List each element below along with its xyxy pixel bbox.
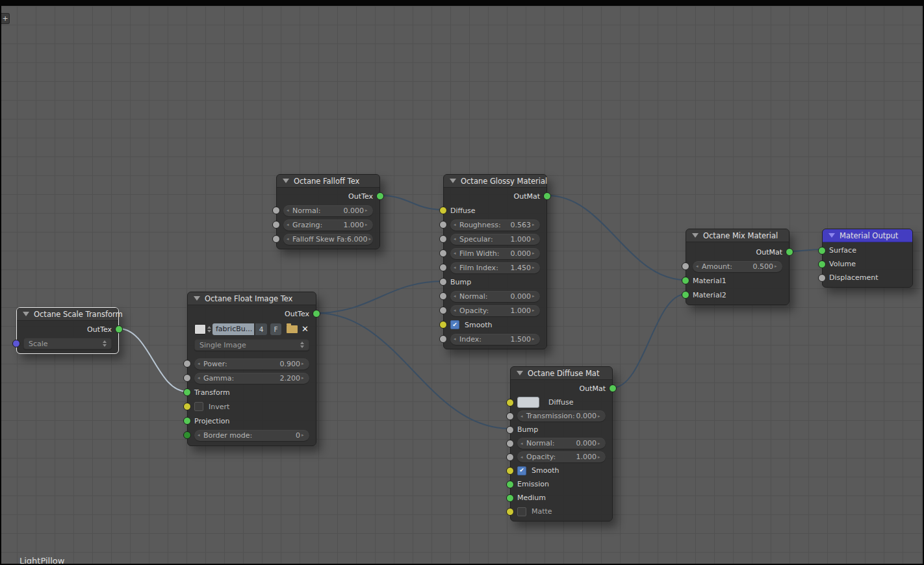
falloff-skew-input-socket[interactable] (272, 235, 280, 243)
slider-left-arrow-icon[interactable]: ◂ (454, 222, 458, 227)
invert-input-socket[interactable] (183, 403, 191, 410)
grazing-slider[interactable]: ◂ Grazing: 1.000 ▸ (283, 220, 373, 231)
link-mix-outmat-to-output-surface[interactable] (789, 249, 822, 251)
invert-checkbox[interactable] (194, 402, 203, 411)
amount-slider[interactable]: ◂ Amount: 0.500 ▸ (693, 261, 782, 272)
node-header[interactable]: Octane Scale Transform (17, 308, 118, 321)
slider-left-arrow-icon[interactable]: ◂ (696, 264, 700, 269)
diffuse-input-socket[interactable] (439, 207, 447, 214)
outmat-output-socket[interactable] (786, 248, 793, 256)
stepper-arrows-icon[interactable] (103, 340, 107, 347)
slider-right-arrow-icon[interactable]: ▸ (532, 222, 537, 227)
slider-left-arrow-icon[interactable]: ◂ (198, 361, 202, 366)
roughness-input-socket[interactable] (439, 221, 447, 229)
smooth-input-socket[interactable] (506, 467, 514, 475)
slider-left-arrow-icon[interactable]: ◂ (198, 433, 202, 438)
unlink-image-icon[interactable]: ✕ (302, 325, 309, 333)
collapse-icon[interactable] (283, 179, 289, 183)
slider-left-arrow-icon[interactable]: ◂ (287, 208, 291, 213)
normal-slider[interactable]: ◂ Normal: 0.000 ▸ (450, 291, 540, 302)
outtex-output-socket[interactable] (313, 310, 320, 318)
scale-vector-field[interactable]: Scale (23, 338, 112, 349)
smooth-checkbox[interactable] (450, 320, 459, 329)
slider-left-arrow-icon[interactable]: ◂ (454, 251, 458, 256)
specular-input-socket[interactable] (439, 235, 447, 243)
falloff-skew-slider[interactable]: ◂ Falloff Skew Fa: 6.000 ▸ (283, 234, 373, 245)
medium-input-socket[interactable] (506, 494, 514, 502)
node-octane-mix-material[interactable]: Octane Mix Material OutMat ◂ Amount: 0.5… (686, 229, 789, 305)
node-octane-float-image-tex[interactable]: Octane Float Image Tex OutTex fabricBu..… (187, 292, 316, 446)
slider-right-arrow-icon[interactable]: ▸ (598, 414, 602, 419)
image-users-count-button[interactable]: 4 (255, 323, 267, 335)
opacity-slider[interactable]: ◂ Opacity: 1.000 ▸ (450, 305, 540, 316)
node-octane-diffuse-mat[interactable]: Octane Diffuse Mat OutMat Diffuse ◂ Tran… (510, 366, 613, 521)
image-browse-icon[interactable] (194, 324, 206, 334)
diffuse-input-socket[interactable] (506, 399, 514, 407)
slider-left-arrow-icon[interactable]: ◂ (454, 336, 458, 342)
bump-input-socket[interactable] (506, 426, 514, 434)
displacement-input-socket[interactable] (818, 274, 826, 282)
node-header[interactable]: Octane Falloff Tex (277, 175, 379, 188)
outtex-output-socket[interactable] (115, 325, 123, 333)
image-stepper-arrows-icon[interactable] (207, 326, 211, 333)
smooth-input-socket[interactable] (439, 321, 447, 329)
link-glossy-outmat-to-mix-material1[interactable] (547, 195, 686, 280)
node-material-output[interactable]: Material Output Surface Volume Displacem… (822, 229, 913, 288)
slider-right-arrow-icon[interactable]: ▸ (302, 361, 306, 366)
link-diffusemat-outmat-to-mix-material2[interactable] (613, 294, 686, 388)
transform-input-socket[interactable] (183, 388, 191, 396)
slider-right-arrow-icon[interactable]: ▸ (532, 236, 537, 242)
slider-left-arrow-icon[interactable]: ◂ (520, 455, 525, 460)
film-index-slider[interactable]: ◂ Film Index: 1.450 ▸ (450, 262, 540, 273)
collapse-icon[interactable] (194, 296, 200, 301)
slider-left-arrow-icon[interactable]: ◂ (287, 222, 291, 227)
node-header[interactable]: Octane Diffuse Mat (511, 367, 612, 380)
region-expand-button[interactable]: + (1, 13, 10, 24)
outtex-output-socket[interactable] (376, 192, 384, 200)
open-image-icon[interactable] (287, 325, 298, 333)
image-name-field[interactable]: fabricBu... (212, 323, 254, 335)
normal-input-socket[interactable] (506, 440, 514, 447)
smooth-checkbox[interactable] (517, 466, 526, 475)
slider-left-arrow-icon[interactable]: ◂ (454, 236, 458, 242)
slider-right-arrow-icon[interactable]: ▸ (775, 264, 779, 269)
opacity-input-socket[interactable] (439, 307, 447, 314)
border-mode-slider[interactable]: ◂ Border mode: 0 ▸ (194, 430, 309, 441)
slider-left-arrow-icon[interactable]: ◂ (520, 414, 525, 419)
specular-slider[interactable]: ◂ Specular: 1.000 ▸ (450, 234, 540, 245)
node-header[interactable]: Octane Mix Material (686, 229, 789, 242)
image-mode-dropdown[interactable]: Single Image (194, 339, 309, 351)
transmission-input-socket[interactable] (506, 412, 514, 420)
transmission-slider[interactable]: ◂ Transmission: 0.000 ▸ (517, 410, 606, 421)
diffuse-color-swatch[interactable] (517, 397, 539, 408)
slider-right-arrow-icon[interactable]: ▸ (532, 251, 537, 256)
node-header[interactable]: Material Output (823, 229, 912, 242)
slider-right-arrow-icon[interactable]: ▸ (598, 441, 602, 446)
power-input-socket[interactable] (183, 360, 191, 368)
slider-right-arrow-icon[interactable]: ▸ (302, 375, 306, 381)
outmat-output-socket[interactable] (609, 384, 617, 392)
slider-left-arrow-icon[interactable]: ◂ (287, 236, 291, 242)
collapse-icon[interactable] (828, 233, 835, 238)
emission-input-socket[interactable] (506, 481, 514, 488)
gamma-input-socket[interactable] (183, 374, 191, 382)
film-width-slider[interactable]: ◂ Film Width: 0.000 ▸ (450, 248, 540, 259)
border-mode-input-socket[interactable] (183, 431, 191, 439)
matte-checkbox[interactable] (517, 507, 526, 516)
collapse-icon[interactable] (517, 371, 523, 375)
slider-left-arrow-icon[interactable]: ◂ (520, 441, 525, 446)
node-octane-falloff-tex[interactable]: Octane Falloff Tex OutTex ◂ Normal: 0.00… (276, 174, 380, 249)
slider-right-arrow-icon[interactable]: ▸ (598, 455, 602, 460)
surface-input-socket[interactable] (818, 247, 826, 255)
fake-user-button[interactable]: F (270, 323, 281, 335)
link-falloff-outtex-to-glossy-diffuse[interactable] (380, 195, 443, 210)
slider-right-arrow-icon[interactable]: ▸ (365, 222, 370, 227)
node-octane-glossy-material[interactable]: Octane Glossy Material OutMat Diffuse ◂ … (443, 174, 547, 349)
link-scaletransform-outtex-to-floatimage-transform[interactable] (119, 329, 187, 392)
index-slider[interactable]: ◂ Index: 1.500 ▸ (450, 334, 540, 345)
film-width-input-socket[interactable] (439, 249, 447, 257)
slider-left-arrow-icon[interactable]: ◂ (198, 375, 202, 381)
slider-right-arrow-icon[interactable]: ▸ (532, 265, 537, 270)
slider-right-arrow-icon[interactable]: ▸ (532, 336, 537, 342)
slider-right-arrow-icon[interactable]: ▸ (532, 308, 537, 313)
